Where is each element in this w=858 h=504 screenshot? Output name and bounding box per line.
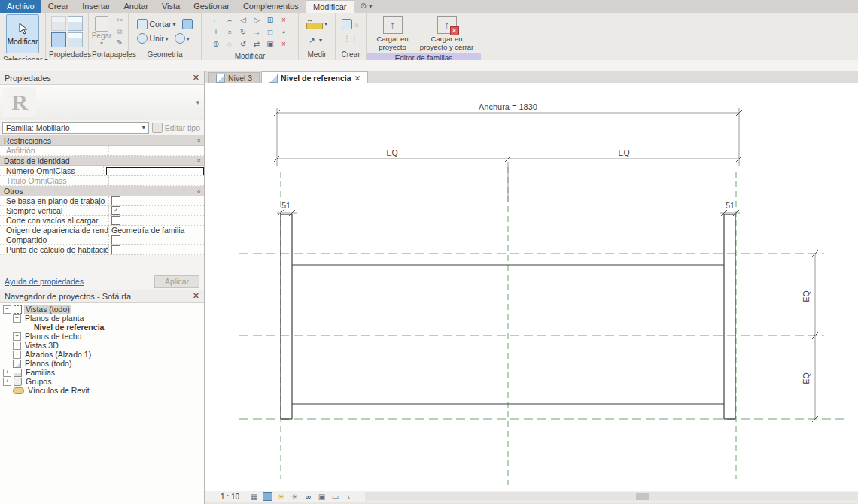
trim-extend-corner-icon[interactable]: → [251,27,263,38]
temporary-hide-isolate-icon[interactable]: ∞ [303,492,313,501]
section-datos-identidad[interactable]: Datos de identidad« [0,156,204,166]
collapse-arrow-icon[interactable]: ‹ [344,492,354,501]
visual-style-icon[interactable] [263,492,272,501]
panel-label-geometria: Geometría [129,50,201,60]
delete-icon[interactable]: × [278,15,290,26]
close-tab-icon[interactable]: ✕ [354,74,361,83]
tab-vista[interactable]: Vista [155,0,187,13]
paint-icon[interactable] [182,19,193,29]
demolish-icon[interactable] [175,33,185,44]
move-icon[interactable]: + [211,27,222,38]
omniclass-number-input[interactable] [106,167,204,175]
paste-button[interactable]: Pegar ▾ [92,16,112,47]
mirror-pick-axis-icon[interactable]: ◁ [238,15,249,26]
rotate-icon[interactable]: ↻ [238,27,249,38]
tree-item-planos-de-planta[interactable]: − Planos de planta [0,314,204,323]
array-icon[interactable]: □ [265,27,276,38]
apply-button[interactable]: Aplicar [154,275,199,288]
join-geometry-button[interactable]: Unir ▾ ▾ [137,33,192,44]
tab-crear[interactable]: Crear [41,0,76,13]
tab-anotar[interactable]: Anotar [117,0,155,13]
offset-icon[interactable]: ⌢ [224,15,236,26]
pin-icon[interactable]: ▪ [278,27,290,38]
create-group-button[interactable]: ☼ [342,19,360,29]
property-value[interactable] [109,146,204,155]
tree-item-vistas-todo[interactable]: − Vistas (todo) [0,305,204,314]
checkbox[interactable] [111,196,120,205]
align-icon[interactable]: ⌐ [211,15,222,26]
scale-icon[interactable]: ⊕ [211,39,222,50]
trim-extend-multiple-icon[interactable]: ↺ [238,39,249,50]
delete-selected-icon[interactable]: × [278,39,290,50]
type-selector[interactable]: Familia: Mobiliario ▾ [2,122,149,134]
tree-item-nivel-de-referencia[interactable]: Nivel de referencia [0,323,204,332]
expand-expander-icon: + [3,378,11,386]
tree-item-vistas-3d[interactable]: + Vistas 3D [0,341,204,350]
dimension-texts[interactable]: Anchura = 1830 EQ EQ 51 51 EQ EQ [281,102,811,384]
load-into-project-and-close-button[interactable]: ↑× Cargar en proyecto y cerrar [417,16,477,52]
measure-along-element-button[interactable]: ↗ ▾ [306,35,327,45]
split-with-gap-icon[interactable]: ▣ [265,39,276,50]
property-row-corte-vacios: Corte con vacíos al cargar [0,216,204,226]
checkbox[interactable] [111,245,120,254]
load-into-project-button[interactable]: ↑ Cargar en proyecto [371,16,415,52]
floor-plan-icon [269,74,278,83]
tree-item-familias[interactable]: + Familias [0,368,204,377]
view-tab-nivel-3[interactable]: Nivel 3 [208,72,260,83]
reference-planes[interactable] [239,167,846,485]
drawing-area[interactable]: Anchura = 1830 EQ EQ 51 51 EQ EQ [205,83,858,491]
scale-control[interactable]: 1 : 10 [221,493,239,501]
tree-item-planos-todo[interactable]: Planos (todo) [0,359,204,368]
checkbox-checked[interactable]: ✓ [111,206,120,215]
tab-archivo[interactable]: Archivo [0,0,41,13]
detail-level-icon[interactable]: ▦ [249,492,259,501]
edit-type-button[interactable]: Editar tipo [152,123,202,133]
show-crop-region-icon[interactable]: ▭ [330,492,340,501]
tab-gestionar[interactable]: Gestionar [187,0,236,13]
property-value[interactable] [109,176,204,185]
split-element-icon[interactable]: ⊞ [265,15,276,26]
cut-geometry-button[interactable]: Cortar ▾ [137,19,192,29]
tab-complementos[interactable]: Complementos [236,0,306,13]
property-value[interactable]: Geometría de familia [109,226,204,235]
expand-expander-icon: + [13,332,21,341]
tree-item-vinculos-revit[interactable]: Vínculos de Revit [0,386,204,395]
section-restricciones[interactable]: Restricciones« [0,135,204,146]
section-otros[interactable]: Otros« [0,186,204,196]
measure-between-refs-button[interactable]: ↔ ▾ [306,17,327,29]
tab-insertar[interactable]: Insertar [75,0,117,13]
tree-item-planos-de-techo[interactable]: + Planos de techo [0,332,204,341]
checkbox[interactable] [111,216,120,225]
close-icon[interactable]: ✕ [193,73,199,83]
copy-to-clipboard-icon[interactable]: ⧉ [114,26,125,37]
crop-view-icon[interactable]: ▣ [317,492,327,501]
properties-palette-icon[interactable] [51,32,66,47]
trim-extend-single-icon[interactable]: ◌ [224,39,236,50]
chevron-down-icon: ▾ [324,20,327,27]
family-category-icon[interactable] [68,16,83,31]
create-similar-icon[interactable]: ⋮⋮ [345,33,357,44]
unpin-icon[interactable]: ⇄ [251,39,263,50]
family-types-icon[interactable] [51,16,66,31]
close-icon[interactable]: ✕ [193,291,199,301]
copy-icon[interactable]: ○ [224,27,236,38]
tree-item-grupos[interactable]: + Grupos [0,377,204,386]
modify-button[interactable]: Modificar [6,14,39,53]
dimension-lines[interactable] [277,108,815,419]
mirror-draw-axis-icon[interactable]: ▷ [251,15,263,26]
match-type-icon[interactable]: ✎ [114,38,125,48]
ribbon-display-toggle[interactable]: ⊙ ▾ [354,0,377,13]
properties-help-link[interactable]: Ayuda de propiedades [5,277,84,286]
scrollbar-thumb[interactable] [636,493,649,500]
tab-modificar[interactable]: Modificar [306,0,354,13]
chevron-down-icon: ▾ [142,124,145,131]
chevron-down-icon[interactable]: ▾ [196,99,199,106]
horizontal-scrollbar[interactable] [365,492,858,501]
shadows-icon[interactable]: ☀ [290,492,300,501]
family-parameters-icon[interactable] [68,32,83,47]
checkbox[interactable] [111,235,120,244]
view-tab-nivel-de-referencia[interactable]: Nivel de referencia ✕ [261,71,368,83]
tree-item-alzados[interactable]: + Alzados (Alzado 1) [0,350,204,359]
cut-icon[interactable]: ✂ [114,15,125,26]
sun-path-icon[interactable]: ☀ [276,492,286,501]
